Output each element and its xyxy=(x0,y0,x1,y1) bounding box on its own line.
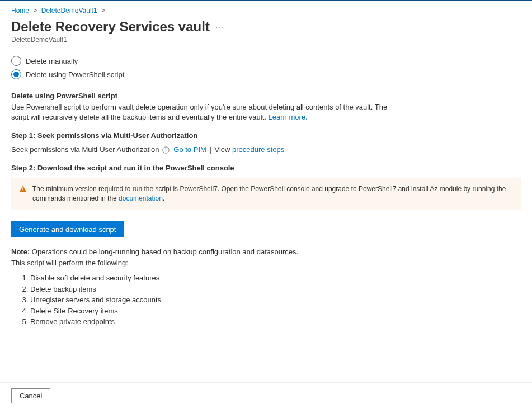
svg-rect-4 xyxy=(22,191,23,191)
info-icon[interactable] xyxy=(162,146,170,154)
chevron-right-icon: > xyxy=(33,7,37,15)
list-item: Delete backup items xyxy=(30,284,521,295)
step1-body: Seek permissions via Multi-User Authoriz… xyxy=(11,145,521,154)
delete-method-radio-group: Delete manually Delete using PowerShell … xyxy=(11,56,521,79)
svg-point-1 xyxy=(166,148,166,149)
note-intro: This script will perform the following: xyxy=(11,259,128,267)
cancel-button[interactable]: Cancel xyxy=(11,388,50,403)
main-content: Delete manually Delete using PowerShell … xyxy=(0,47,532,382)
note-label: Note: xyxy=(11,248,30,256)
note-text: Note: Operations could be long-running b… xyxy=(11,246,521,268)
warning-box: The minimum version required to run the … xyxy=(11,178,521,210)
script-section-heading: Delete using PowerShell script xyxy=(11,92,521,100)
page-subtitle: DeleteDemoVault1 xyxy=(11,36,521,44)
page-header: Delete Recovery Services vault ··· Delet… xyxy=(0,17,532,47)
radio-delete-script[interactable]: Delete using PowerShell script xyxy=(11,69,521,79)
learn-more-link[interactable]: Learn more. xyxy=(269,113,308,121)
list-item: Delete Site Recovery items xyxy=(30,306,521,317)
radio-label-script: Delete using PowerShell script xyxy=(26,70,124,79)
breadcrumb-vault[interactable]: DeleteDemoVault1 xyxy=(41,7,97,15)
radio-icon xyxy=(11,69,21,79)
step1-heading: Step 1: Seek permissions via Multi-User … xyxy=(11,131,521,140)
list-item: Unregister servers and storage accounts xyxy=(30,294,521,306)
footer: Cancel xyxy=(0,382,532,409)
chevron-right-icon: > xyxy=(101,7,105,15)
procedure-steps-link[interactable]: procedure steps xyxy=(232,145,284,154)
radio-label-manual: Delete manually xyxy=(26,57,78,65)
breadcrumb: Home > DeleteDemoVault1 > xyxy=(0,1,532,17)
step2-heading: Step 2: Download the script and run it i… xyxy=(11,164,521,172)
script-section-description: Use Powershell script to perform vault d… xyxy=(11,102,403,122)
radio-icon xyxy=(11,56,21,66)
breadcrumb-home[interactable]: Home xyxy=(11,7,29,15)
operations-list: Disable soft delete and security feature… xyxy=(11,273,521,327)
warning-text: The minimum version required to run the … xyxy=(32,184,513,203)
list-item: Disable soft delete and security feature… xyxy=(30,273,521,284)
warning-icon xyxy=(19,185,27,196)
page-title: Delete Recovery Services vault xyxy=(11,19,210,35)
more-icon[interactable]: ··· xyxy=(215,22,224,31)
list-item: Remove private endpoints xyxy=(30,316,521,327)
svg-rect-3 xyxy=(22,188,23,190)
pipe-separator: | xyxy=(209,145,213,154)
view-label: View xyxy=(214,145,230,154)
generate-download-button[interactable]: Generate and download script xyxy=(11,221,124,237)
step1-text: Seek permissions via Multi-User Authoriz… xyxy=(11,145,159,154)
go-to-pim-link[interactable]: Go to PIM xyxy=(173,145,206,154)
svg-rect-2 xyxy=(166,150,166,152)
radio-delete-manually[interactable]: Delete manually xyxy=(11,56,521,66)
documentation-link[interactable]: documentation xyxy=(119,194,163,202)
